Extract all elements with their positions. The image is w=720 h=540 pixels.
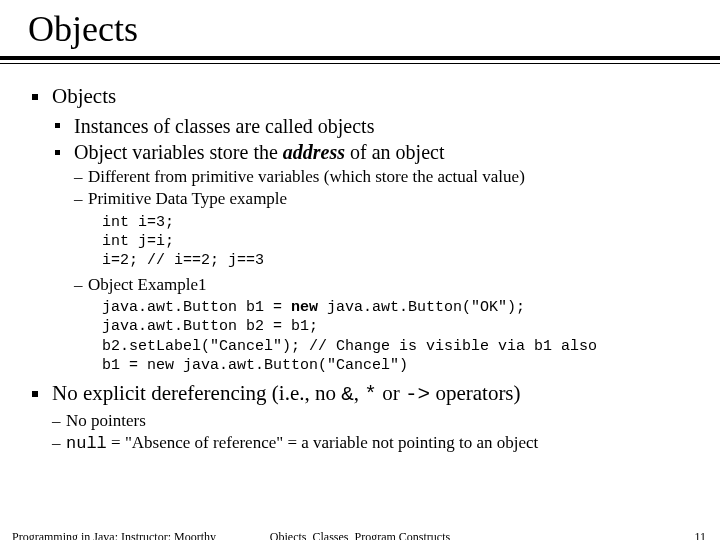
sub-address: Object variables store the address of an… [52,140,700,375]
dash-diff-primitive: Different from primitive variables (whic… [74,166,700,188]
title-rule-thick [0,56,720,60]
bullet-no-deref: No explicit dereferencing (i.e., no &, *… [30,381,700,455]
slide-content: Objects Instances of classes are called … [0,64,720,455]
footer-page-number: 11 [694,530,706,540]
code-primitive: int i=3; int j=i; i=2; // i==2; j==3 [102,213,700,271]
code-object: java.awt.Button b1 = new java.awt.Button… [102,298,700,375]
dash-object-example: Object Example1 [74,274,700,296]
bullet-objects-label: Objects [52,84,116,108]
sub-instances: Instances of classes are called objects [52,114,700,138]
slide-title: Objects [0,0,720,56]
dash-no-pointers: No pointers [52,410,700,432]
slide: Objects Objects Instances of classes are… [0,0,720,540]
footer-center: Objects, Classes, Program Constructs [0,530,720,540]
dash-null: null = "Absence of reference" = a variab… [52,432,700,455]
bullet-objects: Objects Instances of classes are called … [30,84,700,375]
dash-primitive-example: Primitive Data Type example [74,188,700,210]
